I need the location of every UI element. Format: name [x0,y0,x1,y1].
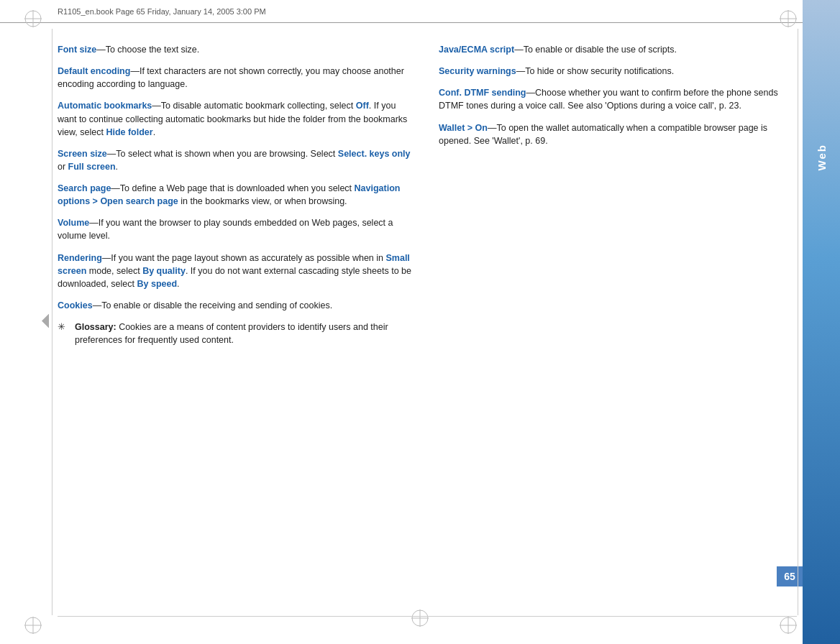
option-full-screen: Full screen [68,162,116,172]
entry-glossary: ✳ Glossary: Cookies are a means of conte… [58,321,416,346]
left-margin-arrow [42,314,49,331]
top-bar: R1105_en.book Page 65 Friday, January 14… [0,0,840,23]
entry-font-size: Font size—To choose the text size. [58,43,416,56]
link-rendering: Rendering [58,253,102,263]
body-automatic-bookmarks-1: —To disable automatic bookmark collectin… [152,101,355,111]
body-rendering-4: . [177,279,179,289]
link-volume: Volume [58,218,89,228]
svg-marker-15 [42,314,49,328]
reg-mark-bottom-left [23,615,43,635]
body-rendering-2: mode, select [86,266,142,276]
link-screen-size: Screen size [58,149,107,159]
entry-search-page: Search page—To define a Web page that is… [58,182,416,208]
link-search-page: Search page [58,183,111,193]
entry-default-encoding: Default encoding—If text characters are … [58,65,416,91]
body-screen-size-3: . [116,162,118,172]
entry-rendering: Rendering—If you want the page layout sh… [58,252,416,290]
body-automatic-bookmarks-3: . [153,127,155,137]
reg-mark-bottom-right [778,615,798,635]
glossary-body: Cookies are a means of content providers… [75,322,388,345]
link-default-encoding: Default encoding [58,66,130,76]
body-security-warnings: —To hide or show security notifications. [516,66,675,76]
bottom-line [58,616,797,617]
body-screen-size-2: or [58,162,68,172]
link-conf-dtmf: Conf. DTMF sending [439,88,526,98]
body-screen-size-1: —To select what is shown when you are br… [107,149,338,159]
entry-security-warnings: Security warnings—To hide or show securi… [439,65,797,78]
glossary-bold: Glossary: [75,322,117,332]
option-hide-folder: Hide folder [106,127,152,137]
option-by-quality: By quality [142,266,186,276]
body-font-size: —To choose the text size. [96,45,199,55]
entry-screen-size: Screen size—To select what is shown when… [58,147,416,173]
body-java-ecma: —To enable or disable the use of scripts… [514,45,677,55]
body-search-page-1: —To define a Web page that is downloaded… [111,183,354,193]
entry-automatic-bookmarks: Automatic bookmarks—To disable automatic… [58,99,416,138]
right-sidebar: Web [803,0,840,644]
link-security-warnings: Security warnings [439,66,516,76]
body-volume: —If you want the browser to play sounds … [58,218,393,241]
reg-mark-top-right [778,9,798,29]
right-column: Java/ECMA script—To enable or disable th… [439,29,797,615]
left-column: Font size—To choose the text size. Defau… [58,29,416,615]
reg-mark-top-left [23,9,43,29]
link-java-ecma: Java/ECMA script [439,45,514,55]
entry-volume: Volume—If you want the browser to play s… [58,216,416,242]
body-wallet-on: —To open the wallet automatically when a… [439,123,767,146]
option-select-keys-only: Select. keys only [338,149,411,159]
entry-wallet-on: Wallet > On—To open the wallet automatic… [439,121,797,147]
content-area: Font size—To choose the text size. Defau… [58,29,797,615]
option-off: Off [356,101,369,111]
link-font-size: Font size [58,45,96,55]
body-search-page-2: in the bookmarks view, or when browsing. [178,196,347,206]
entry-java-ecma: Java/ECMA script—To enable or disable th… [439,43,797,56]
glossary-icon: ✳ [58,321,65,334]
sidebar-label: Web [816,144,828,170]
right-margin-line [798,29,798,615]
link-wallet-on: Wallet > On [439,123,488,133]
entry-cookies: Cookies—To enable or disable the receivi… [58,299,416,312]
option-by-speed: By speed [137,279,178,289]
entry-conf-dtmf: Conf. DTMF sending—Choose whether you wa… [439,86,797,112]
book-reference: R1105_en.book Page 65 Friday, January 14… [58,7,266,16]
link-automatic-bookmarks: Automatic bookmarks [58,101,152,111]
body-cookies: —To enable or disable the receiving and … [93,300,333,310]
link-cookies: Cookies [58,300,93,310]
body-rendering-1: —If you want the page layout shown as ac… [102,253,386,263]
left-margin-line [52,29,52,615]
